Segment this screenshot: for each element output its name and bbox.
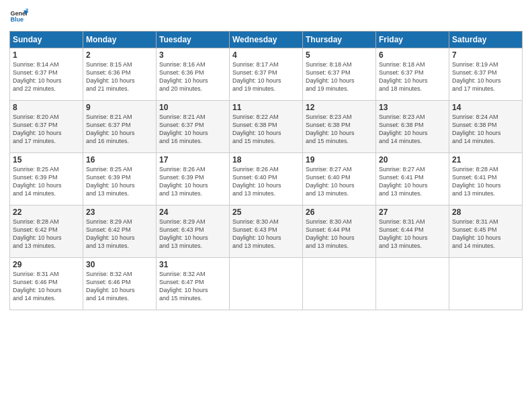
day-number: 5	[306, 50, 373, 60]
day-number: 17	[159, 155, 226, 165]
day-number: 29	[13, 260, 80, 269]
header-row: SundayMondayTuesdayWednesdayThursdayFrid…	[10, 32, 523, 48]
cell-details: Sunrise: 8:23 AM Sunset: 6:38 PM Dayligh…	[379, 113, 446, 146]
day-number: 24	[159, 208, 226, 217]
day-header-saturday: Saturday	[449, 32, 523, 48]
day-number: 18	[232, 155, 300, 165]
calendar-cell: 23Sunrise: 8:29 AM Sunset: 6:42 PM Dayli…	[83, 205, 157, 258]
day-header-friday: Friday	[376, 32, 449, 48]
cell-details: Sunrise: 8:28 AM Sunset: 6:42 PM Dayligh…	[13, 218, 80, 250]
calendar-cell: 22Sunrise: 8:28 AM Sunset: 6:42 PM Dayli…	[10, 205, 83, 258]
day-number: 13	[379, 103, 446, 112]
cell-details: Sunrise: 8:19 AM Sunset: 6:37 PM Dayligh…	[452, 60, 519, 93]
day-number: 1	[13, 50, 80, 60]
header: General Blue	[9, 7, 523, 26]
cell-details: Sunrise: 8:18 AM Sunset: 6:37 PM Dayligh…	[306, 60, 373, 93]
calendar-cell: 2Sunrise: 8:15 AM Sunset: 6:36 PM Daylig…	[83, 48, 157, 101]
cell-details: Sunrise: 8:29 AM Sunset: 6:42 PM Dayligh…	[86, 218, 153, 250]
day-number: 30	[86, 260, 153, 269]
day-number: 31	[159, 260, 226, 269]
svg-text:Blue: Blue	[10, 16, 24, 23]
calendar-cell: 24Sunrise: 8:29 AM Sunset: 6:43 PM Dayli…	[157, 205, 230, 258]
day-number: 4	[232, 50, 300, 60]
calendar-cell: 7Sunrise: 8:19 AM Sunset: 6:37 PM Daylig…	[449, 48, 523, 101]
calendar-cell: 20Sunrise: 8:27 AM Sunset: 6:41 PM Dayli…	[376, 153, 449, 205]
calendar-cell: 27Sunrise: 8:31 AM Sunset: 6:44 PM Dayli…	[376, 205, 449, 258]
week-row-2: 8Sunrise: 8:20 AM Sunset: 6:37 PM Daylig…	[10, 101, 523, 153]
cell-details: Sunrise: 8:30 AM Sunset: 6:43 PM Dayligh…	[232, 218, 300, 250]
day-number: 8	[13, 103, 80, 112]
day-number: 12	[306, 103, 373, 112]
day-number: 28	[452, 208, 519, 217]
cell-details: Sunrise: 8:32 AM Sunset: 6:47 PM Dayligh…	[159, 270, 226, 303]
calendar-cell: 5Sunrise: 8:18 AM Sunset: 6:37 PM Daylig…	[303, 48, 376, 101]
day-number: 3	[159, 50, 226, 60]
day-number: 20	[379, 155, 446, 165]
calendar-cell: 1Sunrise: 8:14 AM Sunset: 6:37 PM Daylig…	[10, 48, 83, 101]
week-row-4: 22Sunrise: 8:28 AM Sunset: 6:42 PM Dayli…	[10, 205, 523, 258]
calendar-cell: 18Sunrise: 8:26 AM Sunset: 6:40 PM Dayli…	[230, 153, 303, 205]
calendar-cell: 14Sunrise: 8:24 AM Sunset: 6:38 PM Dayli…	[449, 101, 523, 153]
day-header-thursday: Thursday	[303, 32, 376, 48]
day-header-monday: Monday	[83, 32, 157, 48]
calendar-cell: 26Sunrise: 8:30 AM Sunset: 6:44 PM Dayli…	[303, 205, 376, 258]
cell-details: Sunrise: 8:17 AM Sunset: 6:37 PM Dayligh…	[232, 60, 300, 93]
calendar-cell	[230, 258, 303, 310]
calendar-cell: 21Sunrise: 8:28 AM Sunset: 6:41 PM Dayli…	[449, 153, 523, 205]
calendar-cell: 10Sunrise: 8:21 AM Sunset: 6:37 PM Dayli…	[157, 101, 230, 153]
cell-details: Sunrise: 8:23 AM Sunset: 6:38 PM Dayligh…	[306, 113, 373, 146]
cell-details: Sunrise: 8:31 AM Sunset: 6:45 PM Dayligh…	[452, 218, 519, 250]
cell-details: Sunrise: 8:16 AM Sunset: 6:36 PM Dayligh…	[159, 60, 226, 93]
day-number: 9	[86, 103, 153, 112]
cell-details: Sunrise: 8:26 AM Sunset: 6:39 PM Dayligh…	[159, 165, 226, 198]
calendar-cell: 11Sunrise: 8:22 AM Sunset: 6:38 PM Dayli…	[230, 101, 303, 153]
calendar-cell: 17Sunrise: 8:26 AM Sunset: 6:39 PM Dayli…	[157, 153, 230, 205]
calendar-cell	[376, 258, 449, 310]
calendar-cell: 4Sunrise: 8:17 AM Sunset: 6:37 PM Daylig…	[230, 48, 303, 101]
day-number: 22	[13, 208, 80, 217]
day-number: 14	[452, 103, 519, 112]
week-row-3: 15Sunrise: 8:25 AM Sunset: 6:39 PM Dayli…	[10, 153, 523, 205]
day-number: 27	[379, 208, 446, 217]
day-number: 26	[306, 208, 373, 217]
cell-details: Sunrise: 8:21 AM Sunset: 6:37 PM Dayligh…	[86, 113, 153, 146]
calendar-cell: 3Sunrise: 8:16 AM Sunset: 6:36 PM Daylig…	[157, 48, 230, 101]
calendar-cell: 8Sunrise: 8:20 AM Sunset: 6:37 PM Daylig…	[10, 101, 83, 153]
cell-details: Sunrise: 8:20 AM Sunset: 6:37 PM Dayligh…	[13, 113, 80, 146]
cell-details: Sunrise: 8:14 AM Sunset: 6:37 PM Dayligh…	[13, 60, 80, 93]
cell-details: Sunrise: 8:27 AM Sunset: 6:40 PM Dayligh…	[306, 165, 373, 198]
logo: General Blue	[9, 7, 32, 26]
day-number: 7	[452, 50, 519, 60]
day-number: 21	[452, 155, 519, 165]
cell-details: Sunrise: 8:31 AM Sunset: 6:46 PM Dayligh…	[13, 270, 80, 303]
logo-icon: General Blue	[9, 7, 28, 26]
calendar-table: SundayMondayTuesdayWednesdayThursdayFrid…	[9, 31, 523, 310]
calendar-cell: 12Sunrise: 8:23 AM Sunset: 6:38 PM Dayli…	[303, 101, 376, 153]
day-number: 6	[379, 50, 446, 60]
cell-details: Sunrise: 8:26 AM Sunset: 6:40 PM Dayligh…	[232, 165, 300, 198]
day-header-wednesday: Wednesday	[230, 32, 303, 48]
day-number: 2	[86, 50, 153, 60]
day-number: 11	[232, 103, 300, 112]
week-row-1: 1Sunrise: 8:14 AM Sunset: 6:37 PM Daylig…	[10, 48, 523, 101]
calendar-cell: 19Sunrise: 8:27 AM Sunset: 6:40 PM Dayli…	[303, 153, 376, 205]
cell-details: Sunrise: 8:27 AM Sunset: 6:41 PM Dayligh…	[379, 165, 446, 198]
cell-details: Sunrise: 8:30 AM Sunset: 6:44 PM Dayligh…	[306, 218, 373, 250]
calendar-cell: 25Sunrise: 8:30 AM Sunset: 6:43 PM Dayli…	[230, 205, 303, 258]
cell-details: Sunrise: 8:18 AM Sunset: 6:37 PM Dayligh…	[379, 60, 446, 93]
cell-details: Sunrise: 8:24 AM Sunset: 6:38 PM Dayligh…	[452, 113, 519, 146]
day-number: 19	[306, 155, 373, 165]
calendar-cell: 9Sunrise: 8:21 AM Sunset: 6:37 PM Daylig…	[83, 101, 157, 153]
cell-details: Sunrise: 8:22 AM Sunset: 6:38 PM Dayligh…	[232, 113, 300, 146]
cell-details: Sunrise: 8:28 AM Sunset: 6:41 PM Dayligh…	[452, 165, 519, 198]
calendar-cell: 13Sunrise: 8:23 AM Sunset: 6:38 PM Dayli…	[376, 101, 449, 153]
calendar-cell: 30Sunrise: 8:32 AM Sunset: 6:46 PM Dayli…	[83, 258, 157, 310]
calendar-cell: 29Sunrise: 8:31 AM Sunset: 6:46 PM Dayli…	[10, 258, 83, 310]
calendar-cell: 6Sunrise: 8:18 AM Sunset: 6:37 PM Daylig…	[376, 48, 449, 101]
day-number: 15	[13, 155, 80, 165]
calendar-cell: 16Sunrise: 8:25 AM Sunset: 6:39 PM Dayli…	[83, 153, 157, 205]
day-number: 16	[86, 155, 153, 165]
calendar-cell	[303, 258, 376, 310]
day-header-sunday: Sunday	[10, 32, 83, 48]
calendar-cell: 31Sunrise: 8:32 AM Sunset: 6:47 PM Dayli…	[157, 258, 230, 310]
